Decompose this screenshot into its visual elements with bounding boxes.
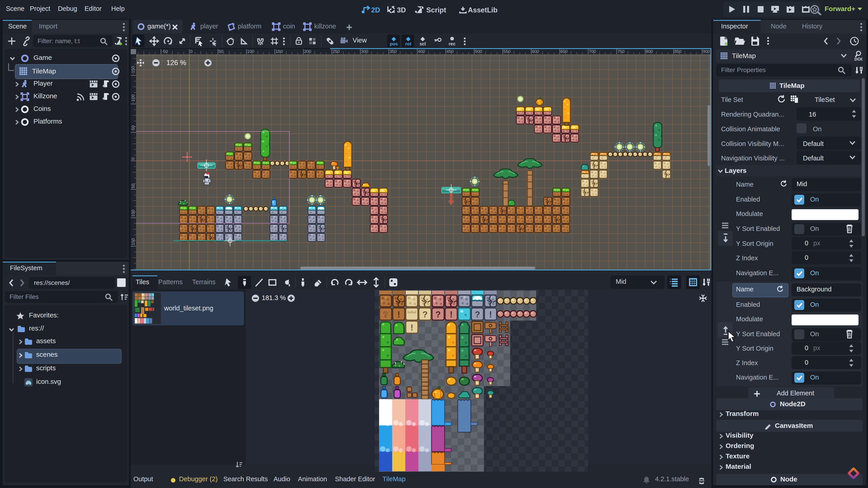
svg-text:500: 500 xyxy=(475,49,482,54)
svg-text:900: 900 xyxy=(703,49,710,54)
svg-text:100: 100 xyxy=(131,210,135,217)
svg-text:700: 700 xyxy=(589,49,596,54)
svg-text:!: ! xyxy=(410,323,413,332)
svg-text:450: 450 xyxy=(446,49,454,54)
svg-text:300: 300 xyxy=(361,49,368,54)
svg-text:350: 350 xyxy=(390,49,397,54)
svg-text:50: 50 xyxy=(219,49,223,54)
svg-text:0: 0 xyxy=(131,158,135,160)
svg-text:50: 50 xyxy=(131,184,135,188)
svg-text:pos: pos xyxy=(390,41,398,46)
svg-text:-50: -50 xyxy=(162,49,168,54)
svg-text:800: 800 xyxy=(646,49,653,54)
svg-text:0: 0 xyxy=(190,49,193,54)
svg-text:?: ? xyxy=(435,310,440,319)
svg-text:!: ! xyxy=(397,310,400,319)
svg-text:250: 250 xyxy=(333,49,340,54)
svg-text:650: 650 xyxy=(560,49,567,54)
svg-text:100: 100 xyxy=(247,49,254,54)
svg-text:?: ? xyxy=(475,310,480,319)
svg-text:Script: Script xyxy=(426,6,446,14)
svg-text:3D: 3D xyxy=(397,6,406,14)
svg-text:DOC: DOC xyxy=(855,57,863,61)
svg-text:-150: -150 xyxy=(131,66,135,74)
svg-text:-100: -100 xyxy=(131,94,135,103)
svg-text:scl: scl xyxy=(420,41,426,46)
svg-text:!: ! xyxy=(489,310,492,319)
svg-text:150: 150 xyxy=(131,238,135,246)
svg-text:200: 200 xyxy=(304,49,311,54)
svg-text:550: 550 xyxy=(503,49,510,54)
svg-text:?: ? xyxy=(422,310,428,319)
svg-text:750: 750 xyxy=(617,49,625,54)
svg-text:400: 400 xyxy=(418,49,425,54)
svg-text:!: ! xyxy=(450,310,453,319)
svg-text:rec: rec xyxy=(449,41,456,46)
svg-text:rot: rot xyxy=(405,41,411,46)
svg-text:AssetLib: AssetLib xyxy=(468,6,498,14)
svg-text:-50: -50 xyxy=(131,125,135,131)
svg-text:850: 850 xyxy=(674,49,682,54)
svg-text:150: 150 xyxy=(276,49,283,54)
svg-text:2D: 2D xyxy=(371,6,380,14)
svg-text:600: 600 xyxy=(532,49,539,54)
